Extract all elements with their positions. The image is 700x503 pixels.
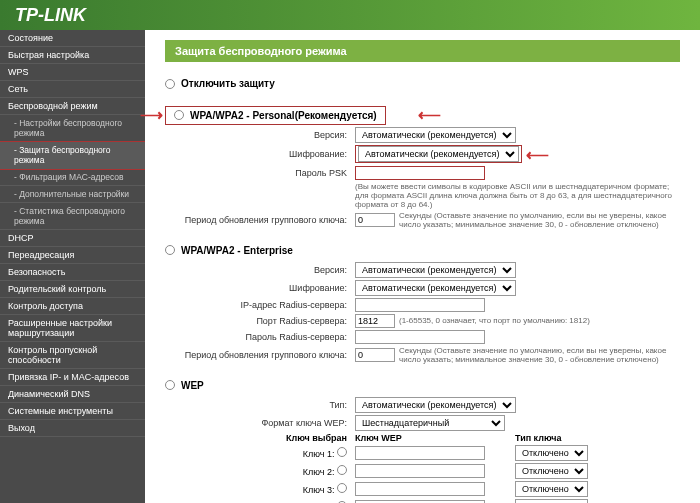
section-wep[interactable]: WEP [165, 376, 680, 395]
radius-port-input[interactable] [355, 314, 395, 328]
encryption-select[interactable]: Автоматически (рекомендуется) [358, 146, 519, 162]
header: TP-LINK [0, 0, 700, 30]
menu-quick-setup[interactable]: Быстрая настройка [0, 47, 145, 64]
arrow-annotation: ⟵ [526, 145, 549, 164]
menu-routing[interactable]: Расширенные настройки маршрутизации [0, 315, 145, 342]
version-select[interactable]: Автоматически (рекомендуется) [355, 127, 516, 143]
menu-mac-filter[interactable]: - Фильтрация MAC-адресов [0, 169, 145, 186]
menu-parental[interactable]: Родительский контроль [0, 281, 145, 298]
menu-wireless-settings[interactable]: - Настройки беспроводного режима [0, 115, 145, 142]
group-key-hint: Секунды (Оставьте значение по умолчанию,… [399, 211, 680, 229]
radio-icon[interactable] [174, 110, 184, 120]
menu-system[interactable]: Системные инструменты [0, 403, 145, 420]
radio-icon[interactable] [337, 483, 347, 493]
sidebar: Состояние Быстрая настройка WPS Сеть Бес… [0, 30, 145, 503]
menu-wireless[interactable]: Беспроводной режим [0, 98, 145, 115]
menu-bandwidth[interactable]: Контроль пропускной способности [0, 342, 145, 369]
group-key-label: Период обновления группового ключа: [165, 215, 355, 225]
menu-access-control[interactable]: Контроль доступа [0, 298, 145, 315]
arrow-annotation: ⟶ [140, 105, 163, 124]
radius-pwd-input[interactable] [355, 330, 485, 344]
wep-format-select[interactable]: Шестнадцатеричный [355, 415, 505, 431]
page-title: Защита беспроводного режима [165, 40, 680, 62]
psk-input[interactable] [355, 166, 485, 180]
radius-ip-input[interactable] [355, 298, 485, 312]
ent-version-select[interactable]: Автоматически (рекомендуется) [355, 262, 516, 278]
version-label: Версия: [165, 130, 355, 140]
menu-wireless-security[interactable]: - Защита беспроводного режима [0, 142, 145, 169]
wep-key3-type[interactable]: Отключено [515, 481, 588, 497]
radio-icon[interactable] [165, 380, 175, 390]
logo: TP-LINK [15, 5, 86, 26]
menu-advanced[interactable]: - Дополнительные настройки [0, 186, 145, 203]
menu-wps[interactable]: WPS [0, 64, 145, 81]
wep-key3-input[interactable] [355, 482, 485, 496]
ent-encryption-select[interactable]: Автоматически (рекомендуется) [355, 280, 516, 296]
menu-wireless-stats[interactable]: - Статистика беспроводного режима [0, 203, 145, 230]
wep-key2-type[interactable]: Отключено [515, 463, 588, 479]
section-wpa-enterprise[interactable]: WPA/WPA2 - Enterprise [165, 241, 680, 260]
radio-icon[interactable] [165, 79, 175, 89]
radio-icon[interactable] [165, 245, 175, 255]
encryption-label: Шифрование: [165, 149, 355, 159]
menu-ddns[interactable]: Динамический DNS [0, 386, 145, 403]
psk-label: Пароль PSK [165, 168, 355, 178]
arrow-annotation: ⟵ [418, 106, 441, 123]
menu-status[interactable]: Состояние [0, 30, 145, 47]
radio-icon[interactable] [337, 447, 347, 457]
radio-icon[interactable] [337, 465, 347, 475]
wep-key4-type[interactable]: Отключено [515, 499, 588, 504]
menu-logout[interactable]: Выход [0, 420, 145, 437]
group-key-input[interactable] [355, 213, 395, 227]
wep-type-select[interactable]: Автоматически (рекомендуется) [355, 397, 516, 413]
wep-key1-type[interactable]: Отключено [515, 445, 588, 461]
menu-dhcp[interactable]: DHCP [0, 230, 145, 247]
psk-hint: (Вы можете ввести символы в кодировке AS… [355, 182, 680, 209]
menu-ip-mac[interactable]: Привязка IP- и MAC-адресов [0, 369, 145, 386]
section-wpa-personal[interactable]: WPA/WPA2 - Personal(Рекомендуется) [165, 106, 386, 125]
ent-group-key-input[interactable] [355, 348, 395, 362]
menu-network[interactable]: Сеть [0, 81, 145, 98]
section-disable[interactable]: Отключить защиту [165, 74, 680, 93]
menu-forwarding[interactable]: Переадресация [0, 247, 145, 264]
wep-key1-input[interactable] [355, 446, 485, 460]
wep-key2-input[interactable] [355, 464, 485, 478]
wep-key4-input[interactable] [355, 500, 485, 504]
main-content: Защита беспроводного режима Отключить за… [145, 30, 700, 503]
menu-security[interactable]: Безопасность [0, 264, 145, 281]
